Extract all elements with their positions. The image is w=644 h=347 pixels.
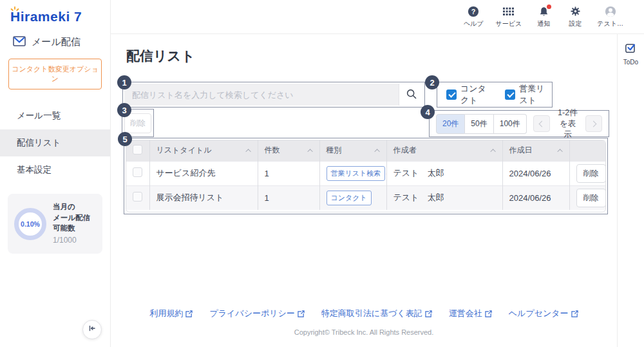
todo-side-panel: ToDo [617, 34, 644, 347]
search-input[interactable] [124, 84, 399, 106]
svg-text:?: ? [471, 7, 476, 15]
column-header-type[interactable]: 種別 [319, 140, 386, 161]
sort-asc-icon [490, 149, 495, 154]
annotation-badge-1: 1 [117, 75, 131, 89]
help-menu[interactable]: ? ヘルプ [464, 6, 484, 28]
help-icon: ? [468, 6, 479, 17]
checkbox-checked-icon[interactable] [446, 89, 457, 100]
filter-sales-list[interactable]: 営業リスト [505, 83, 552, 106]
usage-percent: 0.10% [21, 220, 40, 228]
table-row: 展示会招待リスト 1 コンタクト テスト 太郎 2024/06/26 削除 [126, 185, 606, 210]
sidebar-item-mail-list[interactable]: メール一覧 [0, 102, 110, 129]
app-window: Hirameki 7 メール配信 コンタクト数変更オプション メール一覧 配信リ… [0, 0, 644, 347]
search-button[interactable] [399, 84, 423, 106]
usage-donut-chart: 0.10% [14, 208, 46, 240]
filter-contact[interactable]: コンタクト [446, 83, 493, 106]
column-header-creator[interactable]: 作成者 [386, 140, 502, 161]
page-size-group: 20件 50件 100件 [436, 114, 527, 134]
type-badge: コンタクト [327, 191, 372, 205]
main-content: 配信リスト コンタクト [111, 34, 617, 347]
footer-link-privacy[interactable]: プライバシーポリシー [209, 308, 304, 319]
row-delete-button[interactable]: 削除 [576, 189, 606, 207]
monthly-usage-card: 0.10% 当月の メール配信可能数 1/1000 [8, 194, 102, 254]
annotation-badge-2: 2 [425, 75, 439, 89]
annotation-badge-3: 3 [117, 103, 131, 117]
pagination-section: 20件 50件 100件 1-2件を表示 [429, 110, 609, 137]
footer-link-company[interactable]: 運営会社 [449, 308, 492, 319]
gear-icon [570, 6, 581, 17]
page-size-50[interactable]: 50件 [465, 114, 493, 134]
todo-button[interactable]: ToDo [618, 42, 644, 66]
notification-red-dot [547, 5, 551, 9]
envelope-icon [13, 36, 26, 48]
sort-asc-icon [307, 149, 312, 154]
annotation-badge-5: 5 [118, 132, 132, 146]
page-size-100[interactable]: 100件 [494, 114, 527, 134]
row-checkbox[interactable] [133, 192, 142, 202]
cell-date: 2024/06/26 [502, 185, 569, 210]
delivery-list-table: リストタイトル 件数 種別 作成者 作成日 [126, 140, 606, 210]
column-header-title[interactable]: リストタイトル [149, 140, 258, 161]
table-row: サービス紹介先 1 営業リスト検索 テスト 太郎 2024/06/26 削除 [126, 161, 606, 185]
sort-asc-icon [374, 149, 379, 154]
list-table-section: リストタイトル 件数 種別 作成者 作成日 [124, 138, 608, 214]
cell-count: 1 [258, 161, 319, 185]
type-filter-section: コンタクト 営業リスト [437, 82, 553, 108]
sidebar-collapse-button[interactable] [82, 320, 102, 339]
settings-menu[interactable]: 設定 [565, 6, 585, 28]
prev-page-button[interactable] [533, 115, 550, 132]
footer-link-terms[interactable]: 利用規約 [149, 308, 193, 319]
page-title: 配信リスト [126, 47, 194, 65]
todo-label: ToDo [623, 59, 638, 66]
footer-links: 利用規約 プライバシーポリシー 特定商取引法に基づく表記 運営会社 ヘルプセンタ… [111, 308, 617, 319]
search-section [122, 82, 425, 108]
result-range-text: 1-2件を表示 [558, 108, 578, 140]
checkbox-checked-icon[interactable] [505, 89, 515, 100]
contact-count-option-button[interactable]: コンタクト数変更オプション [8, 59, 102, 89]
usage-count: 1/1000 [53, 235, 96, 246]
cell-title: 展示会招待リスト [149, 185, 258, 210]
type-badge: 営業リスト検索 [327, 166, 386, 181]
sidebar-item-delivery-list[interactable]: 配信リスト [0, 129, 110, 156]
cell-creator: テスト 太郎 [386, 185, 502, 210]
footer-link-commercial-law[interactable]: 特定商取引法に基づく表記 [321, 308, 432, 319]
next-page-button[interactable] [585, 115, 602, 132]
sidebar: Hirameki 7 メール配信 コンタクト数変更オプション メール一覧 配信リ… [0, 0, 111, 347]
cell-title: サービス紹介先 [149, 161, 258, 185]
column-header-date[interactable]: 作成日 [502, 140, 569, 161]
cell-date: 2024/06/26 [502, 161, 569, 185]
chevron-left-icon [539, 120, 545, 127]
column-header-count[interactable]: 件数 [258, 140, 319, 161]
bell-icon [538, 6, 549, 17]
bulk-delete-button[interactable]: 削除 [124, 113, 151, 133]
sidebar-item-basic-settings[interactable]: 基本設定 [0, 156, 110, 183]
user-account-menu[interactable]: テスト… [597, 6, 623, 28]
app-logo[interactable]: Hirameki 7 [0, 0, 110, 24]
logo-text: Hirameki 7 [9, 9, 82, 24]
notifications-menu[interactable]: 通知 [534, 6, 553, 28]
usage-line1: 当月の [53, 202, 96, 212]
sidebar-nav: メール一覧 配信リスト 基本設定 [0, 102, 110, 183]
select-all-checkbox[interactable] [133, 145, 142, 155]
cell-count: 1 [258, 185, 319, 210]
user-avatar-icon [605, 6, 616, 17]
cell-creator: テスト 太郎 [386, 161, 502, 185]
sort-asc-icon [245, 149, 251, 154]
page-size-20[interactable]: 20件 [436, 114, 465, 134]
sidebar-section-label: メール配信 [32, 36, 80, 48]
table-header-row: リストタイトル 件数 種別 作成者 作成日 [126, 140, 606, 161]
footer-link-help-center[interactable]: ヘルプセンター [509, 308, 578, 319]
todo-checkbox-icon [625, 42, 638, 57]
services-menu[interactable]: サービス [496, 6, 522, 28]
collapse-to-left-icon [88, 324, 97, 335]
search-icon [406, 88, 417, 102]
annotation-badge-4: 4 [421, 105, 435, 119]
services-grid-icon [503, 6, 514, 17]
row-checkbox[interactable] [133, 167, 142, 177]
row-delete-button[interactable]: 削除 [576, 164, 606, 183]
chevron-right-icon [590, 120, 596, 127]
copyright-text: Copyright© Tribeck Inc. All Rights Reser… [111, 328, 617, 336]
top-header-bar: ? ヘルプ サービス 通知 設定 [111, 0, 644, 34]
sidebar-section-mail-delivery: メール配信 [0, 24, 110, 48]
sort-asc-icon [557, 149, 562, 154]
